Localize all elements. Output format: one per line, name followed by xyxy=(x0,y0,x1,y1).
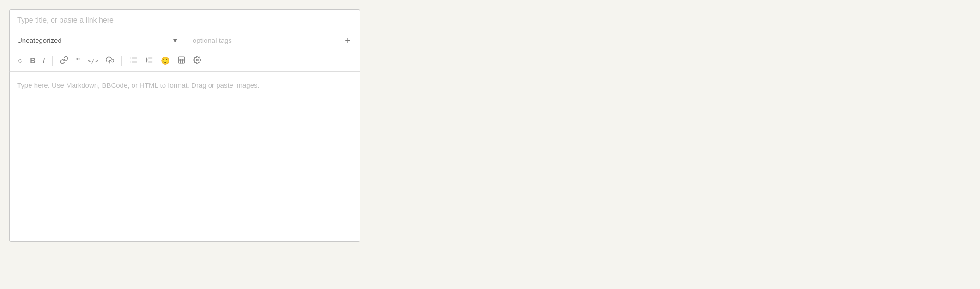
code-icon: </> xyxy=(88,58,98,64)
toolbar-divider-1 xyxy=(52,56,53,66)
editor-container: Uncategorized General News Questions ▼ o… xyxy=(9,9,360,242)
link-icon xyxy=(60,56,68,66)
upload-button[interactable] xyxy=(103,54,117,67)
ordered-list-icon xyxy=(145,56,153,66)
title-input[interactable] xyxy=(9,9,360,31)
unordered-list-icon xyxy=(129,56,138,66)
link-button[interactable] xyxy=(57,54,71,67)
category-select[interactable]: Uncategorized General News Questions xyxy=(10,31,185,50)
italic-icon: I xyxy=(43,57,45,65)
svg-point-15 xyxy=(196,59,199,61)
ordered-list-button[interactable] xyxy=(142,54,156,67)
svg-rect-10 xyxy=(179,57,185,63)
bold-button[interactable]: B xyxy=(27,55,38,66)
tags-placeholder: optional tags xyxy=(193,36,232,44)
category-select-wrapper: Uncategorized General News Questions ▼ xyxy=(10,31,185,50)
settings-button[interactable] xyxy=(190,54,204,67)
tags-wrapper: optional tags + xyxy=(185,31,360,50)
comment-button[interactable]: ○ xyxy=(15,55,25,66)
meta-row: Uncategorized General News Questions ▼ o… xyxy=(9,31,360,50)
comment-icon: ○ xyxy=(18,57,23,65)
code-button[interactable]: </> xyxy=(85,56,101,66)
toolbar: ○ B I " </> xyxy=(9,50,360,71)
italic-button[interactable]: I xyxy=(40,55,48,66)
gear-icon xyxy=(193,56,201,66)
toolbar-divider-2 xyxy=(121,56,122,66)
table-icon xyxy=(177,56,186,66)
unordered-list-button[interactable] xyxy=(127,54,140,67)
add-tag-button[interactable]: + xyxy=(343,36,352,45)
emoji-button[interactable]: 🙂 xyxy=(158,55,173,66)
emoji-icon: 🙂 xyxy=(161,57,170,65)
blockquote-icon: " xyxy=(76,56,80,66)
blockquote-button[interactable]: " xyxy=(73,54,83,67)
upload-icon xyxy=(106,56,114,66)
content-textarea[interactable] xyxy=(9,71,360,242)
table-button[interactable] xyxy=(175,54,188,67)
bold-icon: B xyxy=(30,57,36,65)
